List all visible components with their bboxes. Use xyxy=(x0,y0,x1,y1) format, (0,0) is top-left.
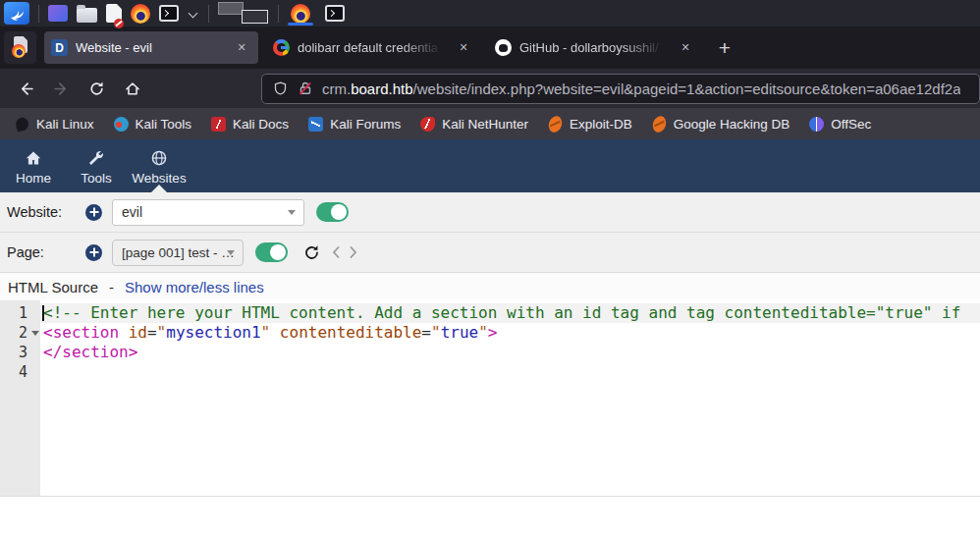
file-manager-icon[interactable] xyxy=(77,0,97,27)
code-token: " xyxy=(431,323,441,342)
forward-button[interactable] xyxy=(45,74,78,103)
menu-item-websites[interactable]: Websites xyxy=(128,139,191,192)
taskbar-firefox-window-icon[interactable] xyxy=(288,0,313,27)
show-desktop-icon[interactable] xyxy=(48,0,68,27)
shield-icon[interactable] xyxy=(272,80,289,97)
kali-tools-icon xyxy=(114,117,129,132)
website-label: Website: xyxy=(7,204,85,220)
tab-strip: DWebsite - evildolibarr default credenti… xyxy=(44,31,702,64)
kali-forums-icon xyxy=(308,117,323,132)
bookmark-google-hacking-db[interactable]: Google Hacking DB xyxy=(644,114,798,134)
firefox-launcher-icon[interactable] xyxy=(131,0,150,27)
website-row: Website: evil xyxy=(0,192,980,233)
offsec-icon xyxy=(809,117,824,132)
exploit-db-icon xyxy=(649,114,669,134)
bookmark-label: Google Hacking DB xyxy=(674,117,790,132)
bookmark-label: Kali Docs xyxy=(233,117,289,132)
menu-item-tools[interactable]: Tools xyxy=(65,139,128,192)
tab-title: dolibarr default credentia xyxy=(298,40,446,55)
bookmark-label: Kali Forums xyxy=(330,117,401,132)
github-favicon-icon xyxy=(495,39,512,56)
tab-close-icon[interactable] xyxy=(676,38,695,58)
code-token: " xyxy=(478,323,488,342)
firefox-tab-bar: DWebsite - evildolibarr default credenti… xyxy=(0,27,980,69)
code-token xyxy=(270,323,280,342)
bookmark-label: Kali Tools xyxy=(136,117,192,132)
taskbar-terminal-window-icon[interactable] xyxy=(322,0,348,27)
terminal-launcher-icon[interactable] xyxy=(159,0,179,27)
back-button[interactable] xyxy=(10,74,42,103)
bookmark-exploit-db[interactable]: Exploit-DB xyxy=(540,114,640,134)
code-line-3[interactable]: </section> xyxy=(40,343,980,362)
code-token: </section> xyxy=(43,343,137,361)
text-editor-icon[interactable] xyxy=(106,0,122,27)
home-button[interactable] xyxy=(116,74,148,103)
bookmark-kali-linux[interactable]: Kali Linux xyxy=(7,114,102,134)
menu-label: Tools xyxy=(81,171,112,186)
url-text: crm.board.htb/website/index.php?website=… xyxy=(322,80,960,97)
firefox-window-icon xyxy=(4,31,36,64)
bookmark-kali-nethunter[interactable]: Kali NetHunter xyxy=(412,114,536,134)
home-icon xyxy=(25,149,42,167)
code-token: contenteditable xyxy=(280,323,422,342)
kali-applications-menu-icon[interactable] xyxy=(4,2,29,25)
website-select[interactable]: evil xyxy=(112,199,304,226)
reload-button[interactable] xyxy=(81,74,113,103)
gutter-line-4: 4 xyxy=(0,362,40,382)
editor-code[interactable]: <!-- Enter here your HTML content. Add a… xyxy=(40,300,980,496)
dash: - xyxy=(109,279,114,295)
tab-close-icon[interactable] xyxy=(454,38,473,58)
add-page-button[interactable] xyxy=(85,244,102,261)
html-source-title: HTML Source xyxy=(8,279,98,295)
browser-tab-github-dollarboysushil-[interactable]: GitHub - dollarboysushil/ xyxy=(488,31,702,64)
html-source-bar: HTML Source - Show more/less lines xyxy=(0,273,980,300)
menu-item-home[interactable]: Home xyxy=(2,139,65,192)
previous-page-button[interactable] xyxy=(330,245,342,259)
browser-tab-dolibarr-default-credentia[interactable]: dolibarr default credentia xyxy=(266,31,480,64)
url-domain: board.htb xyxy=(351,80,412,97)
code-token: = xyxy=(421,323,431,342)
code-line-1[interactable]: <!-- Enter here your HTML content. Add a… xyxy=(40,303,980,323)
insecure-lock-icon[interactable] xyxy=(298,80,313,96)
page-select[interactable]: [page 001] test - … xyxy=(112,240,244,266)
fold-arrow-icon[interactable] xyxy=(31,331,39,336)
code-token: id xyxy=(129,323,147,342)
code-token: <!-- Enter here your HTML content. Add a… xyxy=(43,303,960,322)
menu-label: Home xyxy=(16,171,51,186)
bookmark-kali-forums[interactable]: Kali Forums xyxy=(300,114,408,134)
dolibarr-favicon-icon: D xyxy=(51,39,68,56)
code-line-4[interactable] xyxy=(40,362,980,382)
url-path: /website/index.php?website=evil&pageid=1… xyxy=(413,80,961,97)
gutter-line-1: 1 xyxy=(0,303,40,323)
add-website-button[interactable] xyxy=(85,204,102,221)
url-bar[interactable]: crm.board.htb/website/index.php?website=… xyxy=(261,74,980,104)
tab-title: Website - evil xyxy=(76,40,224,55)
workspace-pager[interactable] xyxy=(218,1,269,26)
website-status-toggle[interactable] xyxy=(316,202,349,222)
workspace-2[interactable] xyxy=(242,10,268,24)
screen: DWebsite - evildolibarr default credenti… xyxy=(0,0,980,536)
code-token xyxy=(119,323,129,342)
page-label: Page: xyxy=(7,244,85,260)
wrench-icon xyxy=(87,149,105,167)
gutter-line-3: 3 xyxy=(0,343,40,362)
bookmark-kali-docs[interactable]: Kali Docs xyxy=(203,114,297,134)
tab-close-icon[interactable] xyxy=(232,38,251,58)
bookmark-kali-tools[interactable]: Kali Tools xyxy=(106,114,200,134)
dolibarr-header: Home Tools Websites xyxy=(0,139,980,192)
show-more-less-link[interactable]: Show more/less lines xyxy=(125,279,264,295)
bookmark-offsec[interactable]: OffSec xyxy=(801,114,879,134)
taskbar-separator xyxy=(208,5,209,23)
browser-tab-website-evil[interactable]: DWebsite - evil xyxy=(44,31,258,64)
code-token: = xyxy=(147,323,157,342)
page-bottom-area xyxy=(0,496,980,536)
code-line-2[interactable]: <section id="mysection1" contenteditable… xyxy=(40,323,980,343)
next-page-button[interactable] xyxy=(348,245,359,259)
source-code-editor[interactable]: 1234 <!-- Enter here your HTML content. … xyxy=(0,300,980,496)
launcher-chevron-down-icon[interactable] xyxy=(188,0,199,27)
menu-label: Websites xyxy=(132,171,186,186)
refresh-page-button[interactable] xyxy=(303,244,320,261)
new-tab-button[interactable] xyxy=(710,33,739,63)
workspace-1[interactable] xyxy=(218,2,244,15)
page-status-toggle[interactable] xyxy=(255,242,288,262)
